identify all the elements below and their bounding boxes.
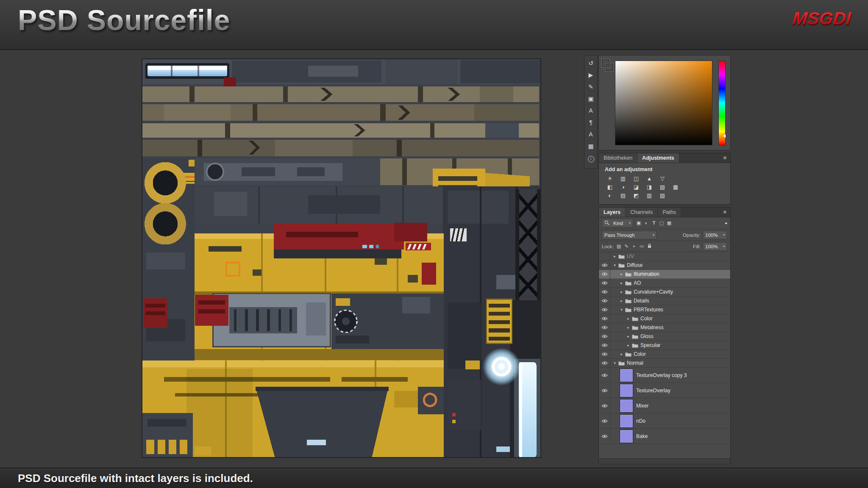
layer-row-specular[interactable]: ▸Specular xyxy=(599,341,730,350)
layer-row-gloss[interactable]: ▸Gloss xyxy=(599,332,730,341)
tab-bibliotheken[interactable]: Bibliotheken xyxy=(599,153,637,163)
chevron-down-icon[interactable]: ▾ xyxy=(612,263,618,267)
photo-filter-icon[interactable]: ◨ xyxy=(644,183,654,191)
tab-layers[interactable]: Layers xyxy=(599,208,626,217)
lock-position-icon[interactable]: + xyxy=(631,244,637,249)
layer-row-textureoverlay-copy-3[interactable]: TextureOverlay copy 3 xyxy=(599,368,730,383)
levels-icon[interactable]: ▥ xyxy=(618,175,628,182)
layer-thumbnail[interactable] xyxy=(620,414,633,428)
chevron-right-icon[interactable]: ▸ xyxy=(619,272,624,276)
chevron-right-icon[interactable]: ▸ xyxy=(626,334,631,338)
timeline-panel-icon[interactable]: ▦ xyxy=(584,143,597,150)
tab-paths[interactable]: Paths xyxy=(658,208,681,217)
color-balance-icon[interactable]: ◑ xyxy=(618,183,628,191)
adjustment-layer-filter-icon[interactable]: ◐ xyxy=(643,220,650,226)
posterize-icon[interactable]: ▤ xyxy=(618,192,628,199)
layer-row-uv[interactable]: ▸UV xyxy=(599,252,730,261)
kind-filter-dropdown[interactable]: Kind ▾ xyxy=(602,219,633,227)
lock-pixels-icon[interactable]: ✎ xyxy=(623,244,630,249)
filter-toggle-icon[interactable]: ● xyxy=(725,221,727,225)
chevron-right-icon[interactable]: ▸ xyxy=(626,325,631,330)
chevron-down-icon[interactable]: ▾ xyxy=(612,361,618,365)
layer-row-pbrtextures[interactable]: ▾PBRTextures xyxy=(599,305,730,314)
visibility-toggle[interactable] xyxy=(599,297,610,305)
history-panel-icon[interactable]: ↺ xyxy=(584,60,597,67)
clone-source-panel-icon[interactable]: ▣ xyxy=(584,95,597,102)
hue-saturation-icon[interactable]: ◧ xyxy=(605,183,615,191)
layer-thumbnail[interactable] xyxy=(620,369,633,382)
texture-atlas-canvas[interactable] xyxy=(142,58,541,458)
visibility-toggle[interactable] xyxy=(599,341,610,349)
layer-row-normal[interactable]: ▾Normal xyxy=(599,359,730,368)
visibility-toggle[interactable] xyxy=(599,288,610,296)
chevron-right-icon[interactable]: ▸ xyxy=(619,290,624,294)
visibility-toggle[interactable] xyxy=(599,261,610,269)
invert-icon[interactable]: ◐ xyxy=(605,192,615,199)
hue-marker-icon[interactable] xyxy=(723,134,726,138)
layer-row-textureoverlay[interactable]: TextureOverlay xyxy=(599,383,730,398)
layer-row-ao[interactable]: ▸AO xyxy=(599,279,730,288)
visibility-toggle[interactable] xyxy=(599,332,610,341)
gradient-map-icon[interactable]: ▥ xyxy=(644,192,654,199)
tab-channels[interactable]: Channels xyxy=(626,208,658,217)
visibility-toggle[interactable] xyxy=(599,383,610,398)
visibility-toggle[interactable] xyxy=(599,429,610,444)
visibility-toggle[interactable] xyxy=(599,413,610,428)
visibility-toggle[interactable] xyxy=(599,350,610,358)
layer-row-diffuse[interactable]: ▾Diffuse xyxy=(599,261,730,270)
layer-row-bake[interactable]: Bake xyxy=(599,429,730,444)
chevron-right-icon[interactable]: ▸ xyxy=(619,299,624,303)
brush-settings-panel-icon[interactable]: ✎ xyxy=(584,83,597,90)
visibility-toggle[interactable] xyxy=(599,314,610,323)
vibrance-icon[interactable]: ▲ xyxy=(644,175,654,182)
lock-transparency-icon[interactable]: ▨ xyxy=(616,244,622,249)
layer-row-mixer[interactable]: Mixer xyxy=(599,398,730,413)
color-lookup-icon[interactable]: ▦ xyxy=(670,183,681,191)
layer-row-color[interactable]: ▸Color xyxy=(599,314,730,323)
threshold-icon[interactable]: ◩ xyxy=(631,192,641,199)
tab-adjustments[interactable]: Adjustments xyxy=(637,153,679,163)
opacity-dropdown[interactable]: 100% ▾ xyxy=(703,231,727,239)
smart-object-filter-icon[interactable]: ▦ xyxy=(666,220,673,226)
hue-slider[interactable] xyxy=(718,61,726,145)
fill-dropdown[interactable]: 100% ▾ xyxy=(703,242,727,251)
layer-thumbnail[interactable] xyxy=(620,430,633,443)
layer-row-curvature-cavity[interactable]: ▸Curvature+Cavity xyxy=(599,288,730,297)
curves-icon[interactable]: ◫ xyxy=(631,175,641,182)
panel-menu-icon[interactable]: ≡ xyxy=(719,153,730,163)
paragraph-panel-icon[interactable]: ¶ xyxy=(584,119,597,126)
foreground-color-swatch[interactable] xyxy=(602,59,609,67)
pixel-layer-filter-icon[interactable]: ▣ xyxy=(635,220,642,226)
character-styles-panel-icon[interactable]: A xyxy=(584,131,597,138)
visibility-toggle[interactable] xyxy=(599,252,610,261)
chevron-right-icon[interactable]: ▸ xyxy=(626,343,631,347)
visibility-toggle[interactable] xyxy=(599,279,610,287)
layer-row-ndo[interactable]: nDo xyxy=(599,413,730,429)
layer-thumbnail[interactable] xyxy=(620,384,633,397)
channel-mixer-icon[interactable]: ▧ xyxy=(657,183,668,191)
blend-mode-dropdown[interactable]: Pass Through ▾ xyxy=(602,231,657,239)
layer-thumbnail[interactable] xyxy=(620,399,633,413)
visibility-toggle[interactable] xyxy=(599,368,610,383)
brightness-contrast-icon[interactable]: ☀ xyxy=(605,175,615,182)
visibility-toggle[interactable] xyxy=(599,305,610,314)
chevron-down-icon[interactable]: ▾ xyxy=(619,308,624,312)
actions-panel-icon[interactable]: ▶ xyxy=(584,72,597,78)
type-layer-filter-icon[interactable]: T xyxy=(651,220,657,226)
chevron-right-icon[interactable]: ▸ xyxy=(612,254,618,258)
character-panel-icon[interactable]: A xyxy=(584,107,597,114)
layer-row-color[interactable]: ▸Color xyxy=(599,350,730,359)
layer-row-details[interactable]: ▸Details xyxy=(599,297,730,305)
color-field[interactable] xyxy=(615,61,712,145)
visibility-toggle[interactable] xyxy=(599,359,610,367)
lock-all-icon[interactable] xyxy=(646,244,653,250)
exposure-icon[interactable]: ▽ xyxy=(657,175,668,182)
shape-layer-filter-icon[interactable]: ▢ xyxy=(658,220,665,226)
panel-menu-icon[interactable]: ≡ xyxy=(719,208,730,217)
chevron-right-icon[interactable]: ▸ xyxy=(619,281,624,285)
visibility-toggle[interactable] xyxy=(599,398,610,413)
info-panel-icon[interactable]: i xyxy=(584,155,597,162)
black-white-icon[interactable]: ◪ xyxy=(631,183,641,191)
layer-row-illumination[interactable]: ▸Illumination xyxy=(599,270,730,279)
selective-color-icon[interactable]: ▨ xyxy=(657,192,668,199)
